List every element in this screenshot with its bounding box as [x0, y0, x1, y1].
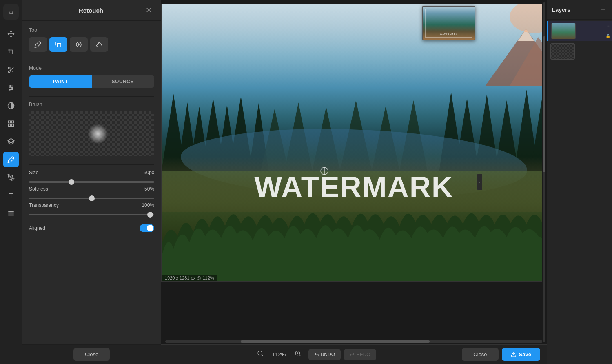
svg-point-11: [12, 87, 13, 89]
history-buttons: UNDO REDO: [308, 349, 376, 360]
layer-thumbnail-2: [550, 43, 575, 60]
svg-rect-16: [8, 124, 10, 127]
transparency-row: Transparency 100%: [29, 202, 154, 208]
vertical-scrollbar-container: [542, 0, 547, 344]
text-tool-icon[interactable]: T: [3, 188, 19, 203]
brush-tool-icon[interactable]: [3, 152, 19, 167]
mode-section-label: Mode: [29, 65, 154, 71]
zoom-in-button[interactable]: [291, 348, 304, 360]
bottom-right-controls: Close Save: [462, 348, 540, 361]
layer-thumb-bg-1: [552, 23, 575, 39]
layers-header: Layers +: [547, 0, 612, 20]
panel-bottom-close-button[interactable]: Close: [73, 348, 110, 361]
vertical-scrollbar-thumb[interactable]: [543, 36, 545, 172]
aligned-row: Aligned: [29, 224, 154, 232]
healing-button[interactable]: [70, 37, 88, 52]
panel-body: Tool: [22, 21, 161, 344]
save-button[interactable]: Save: [502, 348, 540, 361]
svg-point-10: [10, 85, 11, 87]
filter-tool-icon[interactable]: [3, 98, 19, 113]
left-toolbar: ⌂: [0, 0, 22, 364]
pen-tool-icon[interactable]: [3, 170, 19, 185]
canvas-scrollbar-thumb[interactable]: [241, 340, 430, 343]
panel-title: Retouch: [39, 7, 143, 14]
brush-preview: [29, 111, 154, 156]
layer-options-button-1[interactable]: ···: [606, 23, 610, 29]
aligned-label: Aligned: [29, 225, 45, 231]
retouch-panel: Retouch ✕ Tool: [22, 0, 161, 364]
mode-buttons-group: PAINT SOURCE: [29, 75, 154, 88]
bottom-close-button[interactable]: Close: [462, 348, 498, 361]
softness-slider[interactable]: [29, 198, 154, 199]
erase-button[interactable]: [90, 37, 108, 52]
save-icon: [511, 352, 517, 357]
divider-2: [29, 96, 154, 97]
svg-line-5: [12, 71, 13, 72]
crosshair-cursor: [319, 166, 329, 176]
size-slider[interactable]: [29, 181, 154, 183]
layer-thumb-empty-2: [551, 44, 574, 59]
layer-lock-icon-1: 🔒: [605, 34, 610, 38]
layer-item-2[interactable]: [547, 42, 612, 61]
zoom-out-button[interactable]: [254, 348, 267, 360]
watermark-text: WATERMARK: [254, 170, 454, 204]
add-layer-button[interactable]: +: [599, 4, 607, 15]
adjust-tool-icon[interactable]: [3, 80, 19, 95]
size-row: Size 50px: [29, 170, 154, 175]
layer-thumbnail-1: [551, 23, 576, 39]
softness-slider-track: [29, 194, 154, 196]
layers-collapse-handle[interactable]: ›: [477, 174, 482, 190]
grid-tool-icon[interactable]: [3, 116, 19, 131]
softness-value: 50%: [138, 186, 154, 192]
panel-close-button[interactable]: ✕: [143, 5, 154, 16]
cut-tool-icon[interactable]: [3, 62, 19, 78]
zoom-value-label: 112%: [271, 351, 287, 357]
home-icon[interactable]: ⌂: [3, 4, 19, 20]
texture-tool-icon[interactable]: [3, 206, 19, 221]
layers-title: Layers: [552, 7, 570, 13]
image-canvas[interactable]: WATERMARK 1920 x 1281 px @ 112%: [161, 4, 547, 282]
svg-point-20: [10, 177, 11, 178]
layer-item-1[interactable]: ··· 🔒: [547, 21, 612, 41]
tool-section-label: Tool: [29, 27, 154, 33]
brush-section-label: Brush: [29, 102, 154, 107]
svg-rect-17: [12, 124, 14, 127]
undo-button[interactable]: UNDO: [308, 349, 341, 360]
aligned-toggle[interactable]: [140, 224, 154, 232]
canvas-scrollbar-track: [165, 340, 543, 343]
mode-paint-button[interactable]: PAINT: [29, 75, 92, 88]
tool-buttons-group: [29, 37, 154, 52]
move-tool-icon[interactable]: [3, 26, 19, 42]
divider-4: [29, 219, 154, 219]
panel-bottom-bar: Close: [22, 344, 161, 364]
brush-button[interactable]: [29, 37, 47, 52]
mode-source-button[interactable]: SOURCE: [92, 75, 154, 88]
svg-point-12: [9, 89, 11, 90]
redo-label: REDO: [356, 352, 370, 357]
transparency-slider[interactable]: [29, 214, 154, 215]
crosshair-svg: [319, 166, 329, 176]
svg-line-6: [10, 69, 11, 70]
panel-header: Retouch ✕: [22, 0, 161, 21]
svg-line-56: [299, 355, 300, 356]
size-value: 50px: [138, 170, 154, 175]
canvas-content: WATERMARK 1920 x 1281 px @ 112%: [161, 0, 547, 339]
crop-tool-icon[interactable]: [3, 44, 19, 60]
layers-panel: Layers + ··· 🔒: [547, 0, 612, 364]
clone-button[interactable]: [49, 37, 67, 52]
svg-line-19: [12, 158, 13, 159]
redo-button[interactable]: REDO: [344, 349, 376, 360]
canvas-scrollbar-container: [161, 339, 547, 344]
divider-3: [29, 164, 154, 165]
brush-dot: [88, 124, 108, 144]
transparency-value: 100%: [138, 202, 154, 208]
bottom-center-controls: 112% UNDO: [254, 348, 376, 360]
vertical-scrollbar-track: [543, 2, 545, 342]
svg-line-53: [262, 355, 263, 356]
nature-background: [162, 4, 546, 281]
size-label: Size: [29, 170, 38, 175]
brush-section: Brush: [29, 102, 154, 156]
image-preview-thumbnail: WATERMARK: [422, 6, 475, 40]
layers-tool-icon[interactable]: [3, 134, 19, 149]
svg-point-3: [8, 71, 10, 73]
